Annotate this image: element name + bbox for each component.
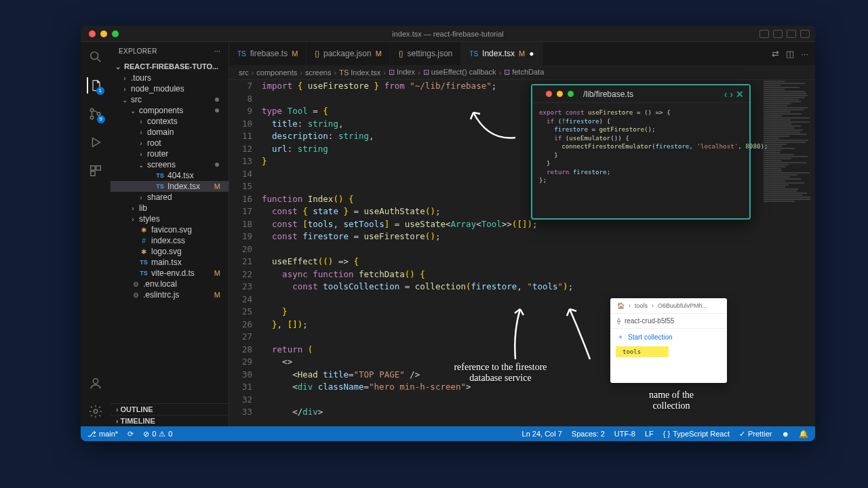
tree-item[interactable]: #index.css: [111, 235, 229, 246]
tree-item[interactable]: ›.tours: [111, 73, 229, 83]
tree-item[interactable]: ⌄components: [111, 105, 229, 116]
compare-icon[interactable]: ⇄: [772, 49, 779, 59]
svg-rect-4: [91, 166, 95, 170]
editor-tab[interactable]: {}settings.json: [391, 42, 461, 65]
timeline-section[interactable]: › TIMELINE: [111, 415, 229, 426]
fb-project: react-crud-b5f55: [625, 317, 674, 325]
svg-point-2: [90, 116, 94, 119]
tree-item[interactable]: ✱favicon.svg: [111, 224, 229, 235]
svg-point-7: [93, 379, 98, 384]
activity-bar: 1 9: [81, 42, 111, 426]
editor-tabs: TSfirebase.tsM{}package.jsonM{}settings.…: [229, 42, 815, 65]
tree-item[interactable]: ⚙.eslintrc.jsM: [111, 289, 229, 300]
eol[interactable]: LF: [645, 430, 654, 438]
peek-overlay: /lib/firebase.ts ‹ › ✕ export const useF…: [531, 84, 751, 220]
statusbar: ⎇ main* ⟳ ⊘ 0 ⚠ 0 Ln 24, Col 7 Spaces: 2…: [81, 426, 815, 441]
cursor-pos[interactable]: Ln 24, Col 7: [522, 430, 562, 438]
project-icon: ⟠: [617, 317, 620, 325]
start-collection-button[interactable]: ＋Start collection: [610, 329, 727, 345]
sidebar: EXPLORER ··· ⌄REACT-FIREBASE-TUTO... ›.t…: [111, 42, 229, 426]
window-title: index.tsx — react-firebase-tutorial: [392, 30, 503, 38]
minimize-icon[interactable]: [100, 30, 107, 37]
tree-item[interactable]: ›lib: [111, 203, 229, 214]
account-icon[interactable]: [87, 375, 104, 391]
annotation-ref: reference to the firestore database serv…: [439, 362, 561, 384]
annotation-name: name of the collection: [634, 390, 709, 411]
extensions-icon[interactable]: [87, 163, 104, 179]
sync-icon[interactable]: ⟳: [127, 430, 134, 439]
peek-filename: /lib/firebase.ts: [583, 89, 633, 99]
peek-close-icon[interactable]: ✕: [736, 89, 744, 100]
scm-icon[interactable]: 9: [87, 106, 104, 122]
debug-icon[interactable]: [87, 134, 104, 150]
tree-item[interactable]: ›root: [111, 138, 229, 148]
traffic-lights[interactable]: [89, 30, 119, 37]
sidebar-title: EXPLORER: [119, 47, 157, 55]
minimap[interactable]: [761, 80, 815, 426]
fb-bc-coll[interactable]: tools: [635, 302, 648, 309]
tree-item[interactable]: ›domain: [111, 127, 229, 138]
peek-prev-icon[interactable]: ‹: [724, 89, 728, 100]
svg-point-0: [91, 52, 98, 60]
tree-item[interactable]: TSIndex.tsxM: [111, 181, 229, 192]
editor-tab[interactable]: {}package.jsonM: [307, 42, 391, 65]
layout-controls[interactable]: [760, 30, 810, 38]
explorer-badge: 1: [96, 87, 104, 95]
more-icon[interactable]: ···: [801, 49, 808, 59]
tree-item[interactable]: ›node_modules: [111, 83, 229, 94]
tree-item[interactable]: ⌄src: [111, 94, 229, 105]
tree-item[interactable]: ⚙.env.local: [111, 279, 229, 289]
svg-rect-6: [91, 171, 95, 176]
fb-bc-doc[interactable]: O6BuubfulvPMh...: [658, 302, 707, 309]
svg-rect-5: [96, 166, 100, 170]
svg-point-8: [94, 409, 98, 413]
peek-next-icon[interactable]: ›: [730, 89, 733, 100]
titlebar: index.tsx — react-firebase-tutorial: [81, 26, 815, 42]
prettier[interactable]: ✓ Prettier: [739, 430, 772, 439]
tree-item[interactable]: ›styles: [111, 214, 229, 224]
svg-point-1: [90, 108, 94, 112]
project-header[interactable]: ⌄REACT-FIREBASE-TUTO...: [111, 60, 229, 73]
peek-code: export const useFirestore = () => { if (…: [532, 103, 749, 190]
outline-section[interactable]: › OUTLINE: [111, 403, 229, 415]
editor-tab[interactable]: TSIndex.tsxM●: [461, 42, 542, 65]
firebase-panel: 🏠 › tools › O6BuubfulvPMh... ⟠react-crud…: [610, 298, 727, 383]
tree-item[interactable]: TS404.tsx: [111, 170, 229, 181]
problems[interactable]: ⊘ 0 ⚠ 0: [143, 430, 172, 439]
home-icon[interactable]: 🏠: [617, 302, 625, 309]
indent[interactable]: Spaces: 2: [572, 430, 605, 438]
tree-item[interactable]: ✱logo.svg: [111, 246, 229, 257]
more-icon[interactable]: ···: [214, 47, 220, 55]
encoding[interactable]: UTF-8: [614, 430, 635, 438]
explorer-icon[interactable]: 1: [87, 77, 103, 94]
editor-tab[interactable]: TSfirebase.tsM: [229, 42, 307, 65]
gear-icon[interactable]: [87, 403, 104, 420]
close-icon[interactable]: [89, 30, 96, 37]
feedback-icon[interactable]: ☻: [781, 430, 789, 438]
search-icon[interactable]: [87, 49, 104, 65]
tree-item[interactable]: TSvite-env.d.tsM: [111, 268, 229, 279]
split-icon[interactable]: ◫: [786, 49, 794, 59]
collection-item[interactable]: tools: [616, 346, 669, 357]
tree-item[interactable]: TSmain.tsx: [111, 257, 229, 268]
tree-item[interactable]: ⌄screens: [111, 159, 229, 170]
maximize-icon[interactable]: [112, 30, 119, 37]
breadcrumb[interactable]: src›components›screens›TS Index.tsx›⊡ In…: [229, 65, 815, 80]
bell-icon[interactable]: 🔔: [799, 430, 808, 439]
scm-badge: 9: [97, 115, 105, 123]
tree-item[interactable]: ›router: [111, 148, 229, 159]
file-tree: ›.tours›node_modules⌄src⌄components›cont…: [111, 73, 229, 403]
language-mode[interactable]: { } TypeScript React: [663, 430, 730, 438]
tree-item[interactable]: ›contexts: [111, 116, 229, 127]
git-branch[interactable]: ⎇ main*: [87, 430, 118, 439]
tree-item[interactable]: ›shared: [111, 192, 229, 203]
